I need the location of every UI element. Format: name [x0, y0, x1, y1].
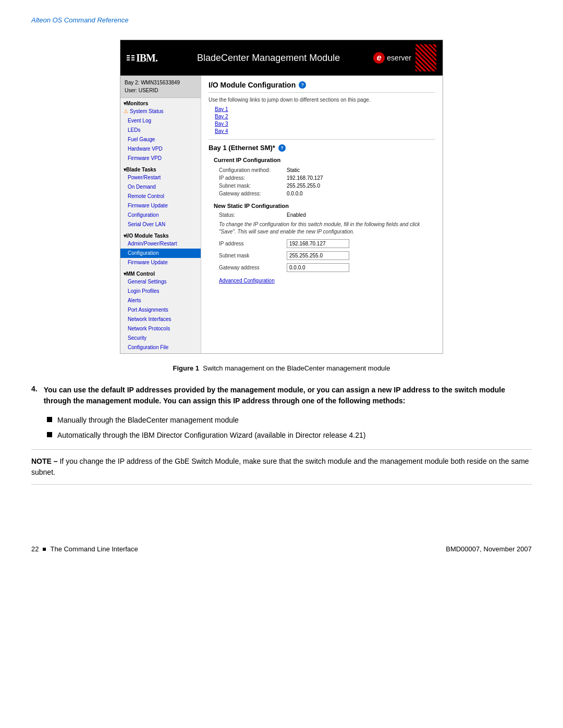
page-container: Alteon OS Command Reference [0, 0, 563, 728]
note-label: NOTE – [31, 457, 58, 465]
bc-page-title: I/O Module Configuration ? [209, 81, 435, 93]
field-config-method: Configuration method: Static [209, 166, 435, 174]
page-header: Alteon OS Command Reference [0, 0, 563, 29]
nav-item-remote-control[interactable]: Remote Control [120, 192, 201, 201]
warning-icon: ⚠ [124, 108, 128, 115]
current-ip-title: Current IP Configuration [209, 157, 435, 163]
nav-item-fuel-gauge[interactable]: Fuel Gauge [120, 135, 201, 144]
monitors-group-label: ▾Monitors [120, 99, 201, 107]
bay2-link[interactable]: Bay 2 [215, 114, 228, 119]
nav-item-general-settings[interactable]: General Settings [120, 277, 201, 287]
bay4-link[interactable]: Bay 4 [215, 128, 228, 134]
bc-body: Bay 2: WMN315633849 User: USERID ▾Monito… [120, 76, 443, 353]
bay3-link[interactable]: Bay 3 [215, 121, 228, 127]
field-subnet-mask: Subnet mask: 255.255.255.0 [209, 182, 435, 190]
figure-caption: Figure 1 Switch management on the BladeC… [31, 364, 532, 372]
bc-nav-io-tasks: ▾I/O Module Tasks Admin/Power/Restart Co… [120, 230, 201, 268]
section-divider [209, 139, 435, 140]
nav-item-power-restart[interactable]: Power/Restart [120, 173, 201, 182]
bullet-square-icon-2 [47, 432, 52, 437]
nav-item-login-profiles[interactable]: Login Profiles [120, 287, 201, 296]
numbered-item-4: 4. You can use the default IP addresses … [31, 385, 532, 406]
bay1-link[interactable]: Bay 1 [215, 106, 228, 112]
advanced-configuration-link[interactable]: Advanced Configuration [209, 278, 435, 283]
eserver-e-icon: e [373, 52, 385, 64]
help-icon[interactable]: ? [299, 81, 306, 89]
blade-tasks-group-label: ▾Blade Tasks [120, 165, 201, 173]
nav-item-firmware-update-io[interactable]: Firmware Update [120, 258, 201, 267]
nav-item-configuration-io[interactable]: Configuration [120, 249, 201, 258]
bullet-item-2: Automatically through the IBM Director C… [47, 430, 532, 441]
figure-number-label: Figure 1 [173, 364, 201, 372]
bc-header-title: BladeCenter Management Module [164, 53, 373, 64]
new-config-section: New Static IP Configuration Status: Enab… [209, 203, 435, 283]
ibm-logo: IBM. [127, 53, 157, 63]
bc-user-info: Bay 2: WMN315633849 User: USERID [120, 76, 201, 98]
nav-item-configuration-file[interactable]: Configuration File [120, 343, 201, 352]
bc-header-bar: IBM. BladeCenter Management Module e ese… [120, 40, 443, 76]
bc-main-panel: I/O Module Configuration ? Use the follo… [201, 76, 443, 353]
input-subnet-mask: Subnet mask [209, 250, 435, 262]
bc-nav-mm-control: ▾MM Control General Settings Login Profi… [120, 268, 201, 353]
nav-item-hardware-vpd[interactable]: Hardware VPD [120, 144, 201, 154]
nav-item-leds[interactable]: LEDs [120, 126, 201, 135]
nav-item-port-assignments[interactable]: Port Assignments [120, 305, 201, 315]
bc-intro-text: Use the following links to jump down to … [209, 97, 435, 103]
mm-control-group-label: ▾MM Control [120, 269, 201, 277]
item-number: 4. [31, 385, 38, 406]
page-header-title: Alteon OS Command Reference [31, 16, 128, 24]
nav-item-alerts[interactable]: Alerts [120, 296, 201, 305]
bladecenter-frame: IBM. BladeCenter Management Module e ese… [120, 40, 443, 354]
footer-left: 22 The Command Line Interface [31, 545, 138, 553]
nav-item-network-interfaces[interactable]: Network Interfaces [120, 315, 201, 324]
main-content: IBM. BladeCenter Management Module e ese… [0, 29, 563, 503]
nav-item-on-demand[interactable]: On Demand [120, 182, 201, 192]
bc-nav-monitors: ▾Monitors ⚠ System Status Event Log LEDs… [120, 98, 201, 164]
bc-eserver-logo: e eserver [373, 52, 411, 64]
io-tasks-group-label: ▾I/O Module Tasks [120, 231, 201, 239]
nav-item-security[interactable]: Security [120, 334, 201, 343]
footer-page-number: 22 [31, 545, 39, 553]
footer-separator-icon [43, 548, 46, 551]
nav-item-admin-power-restart[interactable]: Admin/Power/Restart [120, 239, 201, 249]
gateway-address-input[interactable] [287, 263, 349, 272]
bc-user-name: User: USERID [125, 87, 197, 94]
input-ip-address: IP address [209, 238, 435, 250]
bay-help-icon[interactable]: ? [278, 144, 286, 152]
nav-item-system-status[interactable]: ⚠ System Status [120, 107, 201, 116]
config-note: To change the IP configuration for this … [209, 221, 435, 236]
note-text: If you change the IP address of the GbE … [31, 457, 529, 476]
bc-bay-links-list: Bay 1 Bay 2 Bay 3 Bay 4 [209, 106, 435, 134]
item-content: You can use the default IP addresses pro… [44, 385, 532, 406]
bullet-item-1: Manually through the BladeCenter managem… [47, 415, 532, 426]
bullet-text-2: Automatically through the IBM Director C… [57, 430, 365, 441]
ip-address-input[interactable] [287, 239, 349, 248]
nav-item-firmware-update-blade[interactable]: Firmware Update [120, 201, 201, 211]
field-gateway-address: Gateway address: 0.0.0.0 [209, 190, 435, 198]
nav-item-network-protocols[interactable]: Network Protocols [120, 324, 201, 334]
eserver-text: eserver [387, 54, 411, 62]
new-config-title: New Static IP Configuration [209, 203, 435, 209]
input-gateway-address: Gateway address [209, 262, 435, 274]
subnet-mask-input[interactable] [287, 251, 349, 260]
bc-diagonal-decoration [415, 44, 436, 71]
figure-caption-text: Switch management on the BladeCenter man… [203, 364, 390, 372]
bc-sidebar: Bay 2: WMN315633849 User: USERID ▾Monito… [120, 76, 201, 353]
bc-bay-title: Bay 1 (Ethernet SM)* ? [209, 144, 435, 152]
bc-bay-info: Bay 2: WMN315633849 [125, 79, 197, 87]
page-footer: 22 The Command Line Interface BMD00007, … [0, 535, 563, 563]
bullet-list: Manually through the BladeCenter managem… [47, 415, 532, 441]
footer-right: BMD00007, November 2007 [446, 545, 532, 553]
status-row: Status: Enabled [209, 211, 435, 219]
footer-left-text: The Command Line Interface [50, 545, 138, 553]
field-ip-address: IP address: 192.168.70.127 [209, 174, 435, 182]
bc-nav-blade-tasks: ▾Blade Tasks Power/Restart On Demand Rem… [120, 164, 201, 230]
nav-item-firmware-vpd[interactable]: Firmware VPD [120, 154, 201, 163]
footer-right-text: BMD00007, November 2007 [446, 545, 532, 553]
note-box: NOTE – If you change the IP address of t… [31, 449, 532, 485]
nav-item-configuration-blade[interactable]: Configuration [120, 211, 201, 220]
nav-item-serial-over-lan[interactable]: Serial Over LAN [120, 220, 201, 229]
nav-item-event-log[interactable]: Event Log [120, 116, 201, 126]
bullet-square-icon [47, 417, 52, 422]
bullet-text-1: Manually through the BladeCenter managem… [57, 415, 239, 426]
